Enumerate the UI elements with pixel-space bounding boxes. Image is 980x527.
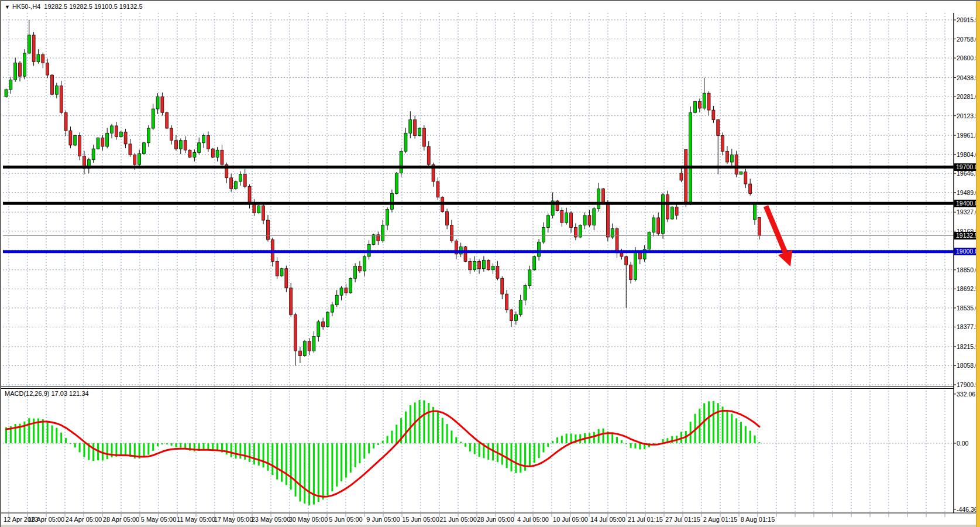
date-tick-label: 8 Aug 01:15: [734, 516, 781, 523]
macd-indicator-label: MACD(12,26,9) 17.03 121.34: [5, 390, 89, 397]
breakdown-arrow[interactable]: [766, 206, 785, 252]
symbol-period-label: HK50-,H4: [12, 3, 40, 10]
window-bottom-strip: [1, 525, 980, 527]
window-right-strip[interactable]: [976, 1, 980, 527]
chevron-down-icon[interactable]: ▼: [5, 4, 10, 10]
macd-histogram: [5, 400, 760, 505]
ohlc-quote-label: 19282.5 19282.5 19100.5 19132.5: [44, 3, 142, 10]
trading-chart-window: ▼HK50-,H4 19282.5 19282.5 19100.5 19132.…: [0, 0, 980, 527]
chart-canvas[interactable]: [1, 1, 980, 527]
symbol-header: ▼HK50-,H4 19282.5 19282.5 19100.5 19132.…: [5, 3, 143, 10]
macd-signal-line: [6, 411, 759, 497]
